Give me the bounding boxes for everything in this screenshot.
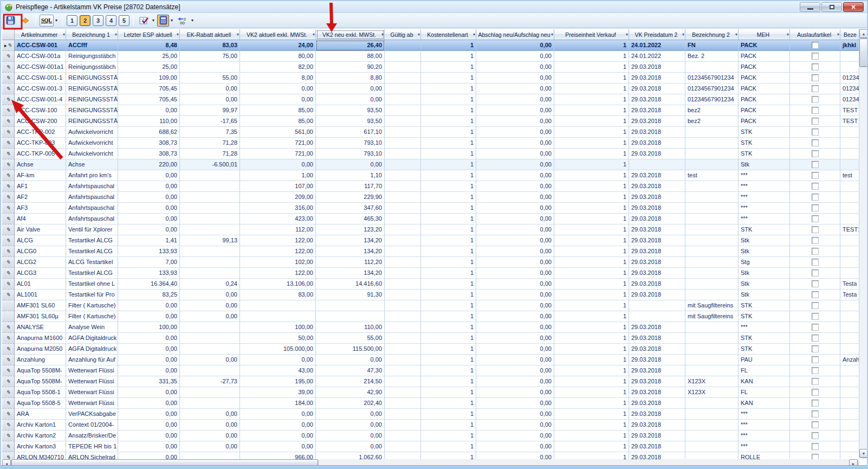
cell-bezeichnung3[interactable] [840,322,859,333]
cell-vk2_aktuell[interactable]: 209,00 [240,192,316,203]
cell-ek_rabatt[interactable]: 55,00 [180,73,240,83]
cell-kostenstellenart[interactable]: 1 [421,214,476,224]
cell-gueltig_ab[interactable] [385,94,421,105]
cell-abschlag_neu[interactable]: 0,00 [476,355,554,365]
cell-esp_aktuell[interactable]: 0,00 [118,452,180,459]
cell-vk2_neu[interactable]: 8,80 [316,73,385,83]
cell-vk2_aktuell[interactable]: 82,00 [240,62,316,73]
cell-bezeichnung3[interactable]: Testa [840,279,859,290]
cell-auslaufartikel[interactable] [790,333,840,344]
column-header-artikelnummer[interactable]: Artikelnummer▾ [15,29,66,40]
cell-esp_aktuell[interactable]: 0,00 [118,105,180,116]
cell-preiseinheit[interactable]: 1 [554,149,629,159]
row-selector[interactable]: ✎ [2,224,15,235]
row-selector[interactable]: ✎ [2,116,15,127]
cell-bezeichnung1[interactable]: Anfahrtspauschal [66,203,118,214]
cell-bezeichnung3[interactable]: test [840,170,859,181]
row-selector[interactable]: ✎ [2,73,15,83]
cell-ek_rabatt[interactable]: -6.500,01 [180,159,240,170]
cell-gueltig_ab[interactable] [385,365,421,376]
auslaufartikel-checkbox[interactable] [812,389,819,396]
row-selector[interactable] [2,300,15,311]
cell-meh[interactable]: STK [739,300,790,311]
cell-meh[interactable]: *** [739,431,790,441]
cell-gueltig_ab[interactable] [385,214,421,224]
cell-esp_aktuell[interactable]: 133,93 [118,246,180,257]
cell-kostenstellenart[interactable]: 1 [421,398,476,409]
cell-gueltig_ab[interactable] [385,387,421,398]
cell-gueltig_ab[interactable] [385,105,421,116]
calculator-dropdown-icon[interactable]: ▾ [171,18,173,23]
column-header-gueltig_ab[interactable]: Gültig ab▾ [385,29,421,40]
cell-abschlag_neu[interactable]: 0,00 [476,94,554,105]
row-selector[interactable]: ✎ [2,149,15,159]
cell-artikelnummer[interactable]: ALCG [15,235,66,246]
filter-dropdown-icon[interactable]: ▾ [551,32,553,37]
cell-auslaufartikel[interactable] [790,452,840,459]
cell-artikelnummer[interactable]: AquaTop 5508-1 [15,387,66,398]
cell-vk_preisdatum2[interactable]: 29.03.2018 [629,224,685,235]
row-selector[interactable]: ✎ [2,257,15,268]
cell-bezeichnung3[interactable] [840,181,859,192]
cell-esp_aktuell[interactable]: 83,25 [118,290,180,300]
cell-auslaufartikel[interactable] [790,246,840,257]
cell-meh[interactable]: *** [739,420,790,431]
cell-vk2_aktuell[interactable]: 0,00 [240,94,316,105]
filter-dropdown-icon[interactable]: ▾ [177,32,179,37]
cell-vk2_aktuell[interactable]: 83,00 [240,290,316,300]
auslaufartikel-checkbox[interactable] [812,63,819,70]
cell-kostenstellenart[interactable]: 1 [421,300,476,311]
cell-bezeichnung2[interactable] [685,214,739,224]
cell-bezeichnung2[interactable] [685,322,739,333]
cell-artikelnummer[interactable]: ALCG3 [15,268,66,279]
cell-vk2_neu[interactable]: 134,20 [316,235,385,246]
cell-vk2_aktuell[interactable]: 0,00 [240,441,316,452]
cell-preiseinheit[interactable]: 1 [554,268,629,279]
cell-gueltig_ab[interactable] [385,138,421,149]
cell-bezeichnung1[interactable]: Ansatz/Brisker/De [66,431,118,441]
cell-bezeichnung1[interactable]: Wetterwart Flüssi [66,376,118,387]
cell-kostenstellenart[interactable]: 1 [421,420,476,431]
row-selector[interactable]: ✎ [2,235,15,246]
cell-preiseinheit[interactable]: 1 [554,376,629,387]
cell-kostenstellenart[interactable]: 1 [421,149,476,159]
cell-artikelnummer[interactable]: Anapurna M1600 [15,333,66,344]
cell-auslaufartikel[interactable] [790,355,840,365]
filter-dropdown-icon[interactable]: ▾ [237,32,239,37]
cell-vk2_aktuell[interactable]: 43,00 [240,365,316,376]
scroll-up-button[interactable]: ▲ [859,29,868,38]
cell-bezeichnung3[interactable] [840,246,859,257]
cell-vk2_aktuell[interactable]: 966,00 [240,452,316,459]
column-header-auslaufartikel[interactable]: Auslaufartikel▾ [790,29,840,40]
cell-preiseinheit[interactable]: 1 [554,441,629,452]
cell-abschlag_neu[interactable]: 0,00 [476,214,554,224]
cell-bezeichnung1[interactable]: Anfahrtspauschal [66,214,118,224]
cell-auslaufartikel[interactable] [790,159,840,170]
cell-bezeichnung1[interactable]: Achse [66,159,118,170]
cell-ek_rabatt[interactable]: 0,00 [180,94,240,105]
cell-bezeichnung3[interactable]: TEST [840,105,859,116]
cell-vk_preisdatum2[interactable]: 29.03.2018 [629,170,685,181]
cell-vk2_neu[interactable]: 115.500,00 [316,344,385,355]
cell-bezeichnung2[interactable] [685,431,739,441]
cell-preiseinheit[interactable]: 1 [554,235,629,246]
cell-bezeichnung3[interactable]: jkhkl [840,40,859,51]
cell-preiseinheit[interactable]: 1 [554,398,629,409]
cell-meh[interactable]: *** [739,181,790,192]
cell-kostenstellenart[interactable]: 1 [421,73,476,83]
cell-bezeichnung1[interactable]: Anzahlung für Auf [66,355,118,365]
cell-meh[interactable]: STK [739,138,790,149]
cell-esp_aktuell[interactable]: 0,00 [118,300,180,311]
cell-artikelnummer[interactable]: AL01 [15,279,66,290]
cell-artikelnummer[interactable]: AF-km [15,170,66,181]
cell-abschlag_neu[interactable]: 0,00 [476,376,554,387]
cell-abschlag_neu[interactable]: 0,00 [476,203,554,214]
cell-preiseinheit[interactable]: 1 [554,246,629,257]
cell-kostenstellenart[interactable]: 1 [421,181,476,192]
cell-preiseinheit[interactable]: 1 [554,279,629,290]
cell-vk2_aktuell[interactable]: 122,00 [240,246,316,257]
cell-vk2_neu[interactable]: 214,50 [316,376,385,387]
cell-ek_rabatt[interactable]: 0,00 [180,300,240,311]
cell-preiseinheit[interactable]: 1 [554,355,629,365]
cell-vk_preisdatum2[interactable]: 24.01.2022 [629,40,685,51]
